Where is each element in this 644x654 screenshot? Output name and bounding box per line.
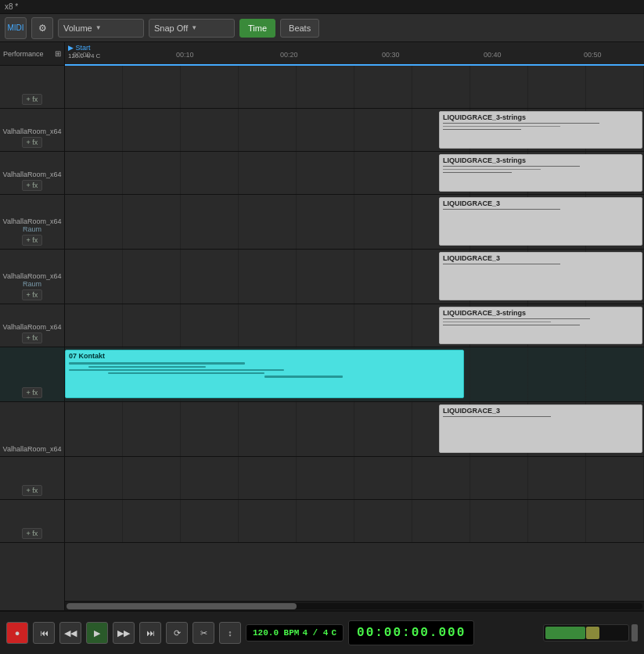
mark-50: 00:50 [584, 51, 602, 59]
play-icon: ▶ [94, 628, 100, 638]
clip-6-1-label: LIQUIDGRACE_3-strings [443, 309, 639, 317]
fast-forward-button[interactable]: ▶▶ [113, 622, 135, 644]
level-meter [543, 624, 629, 641]
clip-3-1-lines [443, 166, 639, 173]
time-tab[interactable]: Time [239, 19, 275, 38]
track-5-sub: Raum [23, 280, 41, 288]
volume-dropdown[interactable]: Volume ▼ [58, 19, 144, 38]
track-row-6: LIQUIDGRACE_3-strings [65, 304, 644, 347]
timeline-area: ▶ Start 120.0 4/4 C 00:00 00:10 00:20 00… [65, 42, 644, 610]
midi-icon-btn[interactable]: MIDI [5, 17, 27, 39]
performance-label: Performance [3, 50, 44, 58]
track-10: + fx [0, 500, 64, 543]
scrollbar-thumb[interactable] [67, 603, 297, 609]
clip-4-1-label: LIQUIDGRACE_3 [443, 199, 639, 207]
clip-8-1-lines [443, 416, 639, 417]
clip-3-1[interactable]: LIQUIDGRACE_3-strings [439, 154, 642, 192]
ruler: ▶ Start 120.0 4/4 C 00:00 00:10 00:20 00… [65, 42, 644, 66]
key-value: C [331, 628, 336, 638]
title-text: x8 * [5, 2, 18, 11]
bpm-display[interactable]: 120.0 BPM 4 / 4 C [246, 624, 344, 641]
track-10-fx-btn[interactable]: + fx [22, 528, 43, 539]
gear-icon: ⚙ [38, 23, 47, 34]
track-2-name: ValhallaRoom_x64 [0, 126, 64, 135]
goto-end-button[interactable]: ⏭ [139, 622, 161, 644]
clip-4-1[interactable]: LIQUIDGRACE_3 [439, 197, 642, 246]
scrollbar-track [67, 603, 642, 609]
goto-end-icon: ⏭ [146, 628, 155, 638]
meter-value: 4 / 4 [302, 628, 328, 638]
play-button[interactable]: ▶ [86, 622, 108, 644]
mark-30: 00:30 [382, 51, 400, 59]
transport-bar: ● ⏮ ◀◀ ▶ ▶▶ ⏭ ⟳ ✂ ↕ 120.0 BPM 4 / 4 C 00… [0, 610, 644, 654]
mark-0: 00:00 [73, 51, 91, 59]
ruler-markers: 00:00 00:10 00:20 00:30 00:40 00:50 [65, 59, 644, 61]
track-7: + fx [0, 347, 64, 402]
goto-start-button[interactable]: ⏮ [33, 622, 55, 644]
track-row-4: LIQUIDGRACE_3 [65, 195, 644, 250]
toolbar: MIDI ⚙ Volume ▼ Snap Off ▼ Time Beats [0, 14, 644, 42]
main-area: Performance ⊞ + fx ValhallaRoom_x64 + fx… [0, 42, 644, 610]
track-panel: Performance ⊞ + fx ValhallaRoom_x64 + fx… [0, 42, 65, 610]
rewind-button[interactable]: ◀◀ [59, 622, 81, 644]
time-display: 00:00:00.000 [348, 620, 474, 645]
track-5-fx-btn[interactable]: + fx [22, 289, 43, 300]
clip-3-1-label: LIQUIDGRACE_3-strings [443, 156, 639, 164]
track-4-fx-btn[interactable]: + fx [22, 235, 43, 246]
snap-dropdown-arrow: ▼ [191, 24, 197, 31]
track-row-1 [65, 66, 644, 109]
grid-bg-1 [65, 66, 644, 108]
track-4: ValhallaRoom_x64 Raum + fx [0, 195, 64, 250]
track-row-8: LIQUIDGRACE_3 [65, 402, 644, 457]
track-row-2: LIQUIDGRACE_3-strings [65, 109, 644, 152]
track-2: ValhallaRoom_x64 + fx [0, 109, 64, 152]
track-3-fx-btn[interactable]: + fx [22, 180, 43, 191]
track-row-9 [65, 457, 644, 500]
meter-seg-1 [545, 627, 585, 639]
meter-seg-3 [600, 627, 627, 639]
settings-button[interactable]: ⚙ [31, 17, 53, 39]
track-2-fx-btn[interactable]: + fx [22, 137, 43, 148]
clip-2-1[interactable]: LIQUIDGRACE_3-strings [439, 111, 642, 149]
clip-6-1[interactable]: LIQUIDGRACE_3-strings [439, 307, 642, 344]
clip-5-1[interactable]: LIQUIDGRACE_3 [439, 252, 642, 300]
fast-forward-icon: ▶▶ [117, 628, 130, 638]
track-7-fx-btn[interactable]: + fx [22, 387, 43, 398]
clip-7-midi[interactable]: 07 Kontakt [65, 350, 464, 398]
goto-start-icon: ⏮ [40, 628, 49, 638]
clip-8-1-label: LIQUIDGRACE_3 [443, 407, 639, 415]
loop-icon: ⟳ [174, 628, 181, 638]
track-panel-header: Performance ⊞ [0, 42, 64, 66]
track-3: ValhallaRoom_x64 + fx [0, 152, 64, 195]
bounce-button[interactable]: ↕ [219, 622, 241, 644]
track-1: + fx [0, 66, 64, 109]
clip-7-midi-lines [69, 362, 460, 378]
snap-dropdown[interactable]: Snap Off ▼ [149, 19, 235, 38]
beats-tab[interactable]: Beats [280, 19, 319, 38]
volume-dropdown-arrow: ▼ [95, 24, 102, 31]
mark-20: 00:20 [280, 51, 298, 59]
clip-5-1-lines [443, 264, 639, 264]
record-icon: ● [15, 628, 20, 638]
track-8: ValhallaRoom_x64 [0, 402, 64, 457]
track-9-fx-btn[interactable]: + fx [22, 485, 43, 496]
tracks-scroll[interactable]: LIQUIDGRACE_3-strings LIQUIDGRACE_3-stri… [65, 66, 644, 601]
clip-4-1-lines [443, 209, 639, 210]
track-4-name: ValhallaRoom_x64 [0, 216, 64, 225]
punch-button[interactable]: ✂ [192, 622, 214, 644]
track-row-10 [65, 500, 644, 543]
grid-bg-10 [65, 500, 644, 542]
horizontal-scrollbar[interactable] [65, 601, 644, 610]
track-6-fx-btn[interactable]: + fx [22, 332, 43, 343]
track-1-fx-btn[interactable]: + fx [22, 94, 43, 105]
clip-8-1[interactable]: LIQUIDGRACE_3 [439, 404, 642, 453]
clip-2-1-label: LIQUIDGRACE_3-strings [443, 113, 639, 121]
loop-button[interactable]: ⟳ [166, 622, 188, 644]
track-8-name: ValhallaRoom_x64 [0, 444, 64, 453]
meter-handle[interactable] [631, 624, 638, 641]
track-4-sub: Raum [23, 225, 41, 233]
record-button[interactable]: ● [6, 622, 28, 644]
track-row-3: LIQUIDGRACE_3-strings [65, 152, 644, 195]
track-5-name: ValhallaRoom_x64 [0, 271, 64, 280]
bpm-value: 120.0 BPM [253, 628, 299, 638]
